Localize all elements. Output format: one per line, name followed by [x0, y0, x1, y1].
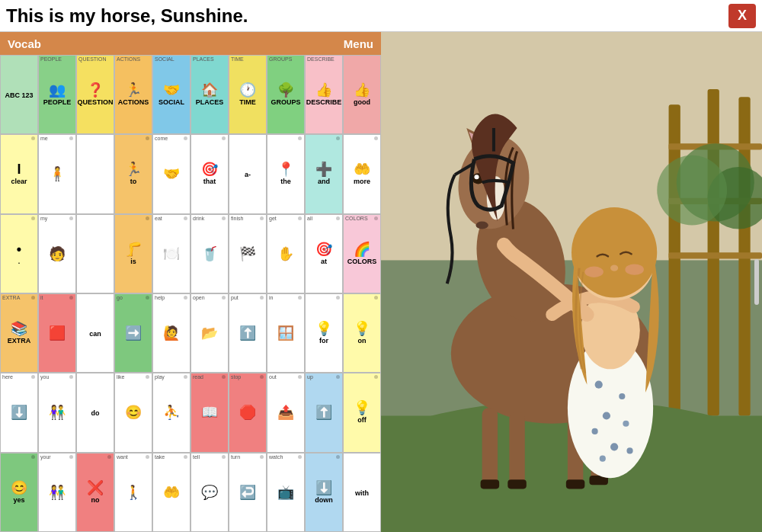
title-bar: This is my horse, Sunshine. X — [0, 0, 762, 32]
svg-rect-2 — [669, 104, 680, 415]
cell-0-8[interactable]: DESCRIBE👍DESCRIBE — [305, 55, 343, 134]
corner-dot-4-3 — [146, 375, 149, 379]
cell-5-0[interactable]: 😊yes — [0, 453, 38, 532]
corner-dot-3-0 — [31, 296, 35, 300]
cell-2-0[interactable]: •. — [0, 214, 38, 293]
cell-4-7[interactable]: out📤 — [267, 373, 305, 452]
cell-3-3[interactable]: go➡️ — [114, 293, 152, 373]
cell-label-0-4: SOCIAL — [158, 98, 184, 106]
close-button[interactable]: X — [728, 4, 756, 28]
cell-5-2[interactable]: ❌no — [76, 453, 114, 532]
corner-dot-1-7 — [298, 136, 302, 140]
cell-0-3[interactable]: ACTIONS🏃ACTIONS — [114, 55, 152, 134]
cell-3-1[interactable]: it🟥 — [38, 293, 76, 373]
svg-point-18 — [474, 175, 479, 179]
grid-row-3: EXTRA📚EXTRAit🟥cango➡️help🙋open📂put⬆️in🪟💡… — [0, 293, 381, 373]
cell-icon-0-9: 👍 — [354, 83, 370, 97]
cell-icon-0-1: 👥 — [49, 83, 66, 97]
cell-1-5[interactable]: 🎯that — [190, 134, 229, 213]
cell-icon-3-9: 💡 — [354, 322, 370, 335]
cell-2-7[interactable]: get✋ — [267, 214, 305, 293]
cell-4-8[interactable]: up⬆️ — [305, 373, 343, 452]
cell-0-0[interactable]: ABC 123 — [0, 55, 38, 134]
cell-2-9[interactable]: COLORS🌈COLORS — [343, 214, 381, 293]
cell-icon-1-5: 🎯 — [201, 162, 218, 176]
cell-4-1[interactable]: you👫 — [38, 373, 76, 452]
cell-2-3[interactable]: 🦵is — [114, 214, 152, 293]
cell-0-4[interactable]: SOCIAL🤝SOCIAL — [152, 55, 190, 134]
cell-1-3[interactable]: 🏃to — [114, 134, 152, 213]
cell-3-7[interactable]: in🪟 — [267, 293, 305, 373]
corner-dot-5-8 — [336, 455, 340, 459]
cell-2-5[interactable]: drink🥤 — [190, 214, 229, 293]
cell-5-6[interactable]: turn↩️ — [229, 453, 267, 532]
cell-2-2[interactable] — [76, 214, 114, 293]
cell-category-0-2: QUESTION — [78, 56, 107, 62]
cell-2-6[interactable]: finish🏁 — [229, 214, 267, 293]
cell-2-4[interactable]: eat🍽️ — [152, 214, 190, 293]
cell-category-1-4: come — [155, 136, 168, 141]
grid-row-5: 😊yesyour👫❌nowant🚶take🤲tell💬turn↩️watch📺⬇… — [0, 453, 381, 532]
cell-4-9[interactable]: 💡off — [343, 373, 381, 452]
cell-icon-5-4: 🤲 — [163, 486, 180, 499]
corner-dot-1-8 — [336, 136, 340, 140]
cell-category-3-1: it — [40, 295, 43, 300]
cell-3-2[interactable]: can — [76, 293, 114, 373]
cell-icon-1-3: 🏃 — [125, 162, 142, 176]
horse-scene — [381, 32, 762, 532]
cell-5-5[interactable]: tell💬 — [190, 453, 229, 532]
cell-category-2-5: drink — [193, 216, 204, 221]
menu-label[interactable]: Menu — [344, 37, 373, 50]
cell-4-2[interactable]: do — [76, 373, 114, 452]
cell-3-4[interactable]: help🙋 — [152, 293, 190, 373]
cell-4-5[interactable]: read📖 — [190, 373, 229, 452]
cell-1-9[interactable]: 🤲more — [343, 134, 381, 213]
cell-4-6[interactable]: stop🛑 — [229, 373, 267, 452]
cell-2-1[interactable]: my🧑 — [38, 214, 76, 293]
grid-row-1: Iclearme🧍🏃tocome🤝🎯thata-📍the➕and🤲more — [0, 134, 381, 213]
svg-point-34 — [592, 428, 598, 434]
svg-point-43 — [625, 264, 643, 275]
cell-1-7[interactable]: 📍the — [267, 134, 305, 213]
cell-3-5[interactable]: open📂 — [190, 293, 229, 373]
cell-0-6[interactable]: TIME🕐TIME — [229, 55, 267, 134]
cell-1-4[interactable]: come🤝 — [152, 134, 190, 213]
cell-1-0[interactable]: Iclear — [0, 134, 38, 213]
cell-4-3[interactable]: like😊 — [114, 373, 152, 452]
cell-icon-5-5: 💬 — [201, 486, 218, 499]
cell-category-4-7: out — [269, 374, 277, 380]
cell-5-4[interactable]: take🤲 — [152, 453, 190, 532]
corner-dot-2-3 — [146, 216, 149, 220]
cell-category-0-4: SOCIAL — [155, 56, 174, 62]
cell-0-5[interactable]: PLACES🏠PLACES — [190, 55, 229, 134]
cell-3-8[interactable]: 💡for — [305, 293, 343, 373]
corner-dot-4-7 — [298, 375, 302, 379]
cell-4-4[interactable]: play⛹️ — [152, 373, 190, 452]
cell-3-6[interactable]: put⬆️ — [229, 293, 267, 373]
cell-0-9[interactable]: 👍good — [343, 55, 381, 134]
vocab-bar: Vocab Menu — [0, 32, 381, 55]
cell-0-2[interactable]: QUESTION❓QUESTION — [76, 55, 114, 134]
cell-3-0[interactable]: EXTRA📚EXTRA — [0, 293, 38, 373]
cell-1-8[interactable]: ➕and — [305, 134, 343, 213]
cell-icon-4-6: 🛑 — [239, 405, 256, 419]
cell-5-7[interactable]: watch📺 — [267, 453, 305, 532]
cell-5-3[interactable]: want🚶 — [114, 453, 152, 532]
cell-label-0-1: PEOPLE — [43, 98, 72, 106]
cell-category-4-1: you — [40, 374, 49, 380]
cell-5-9[interactable]: with — [343, 453, 381, 532]
cell-icon-5-2: ❌ — [87, 481, 104, 495]
cell-2-8[interactable]: all🎯at — [305, 214, 343, 293]
cell-5-1[interactable]: your👫 — [38, 453, 76, 532]
cell-0-1[interactable]: PEOPLE👥PEOPLE — [38, 55, 76, 134]
cell-5-8[interactable]: ⬇️down — [305, 453, 343, 532]
cell-1-2[interactable] — [76, 134, 114, 213]
cell-4-0[interactable]: here⬇️ — [0, 373, 38, 452]
cell-1-6[interactable]: a- — [229, 134, 267, 213]
cell-0-7[interactable]: GROUPS🌳GROUPS — [267, 55, 305, 134]
cell-category-4-3: like — [117, 374, 125, 380]
cell-3-9[interactable]: 💡on — [343, 293, 381, 373]
cell-1-1[interactable]: me🧍 — [38, 134, 76, 213]
cell-icon-3-3: ➡️ — [125, 326, 142, 340]
corner-dot-5-1 — [69, 455, 73, 459]
